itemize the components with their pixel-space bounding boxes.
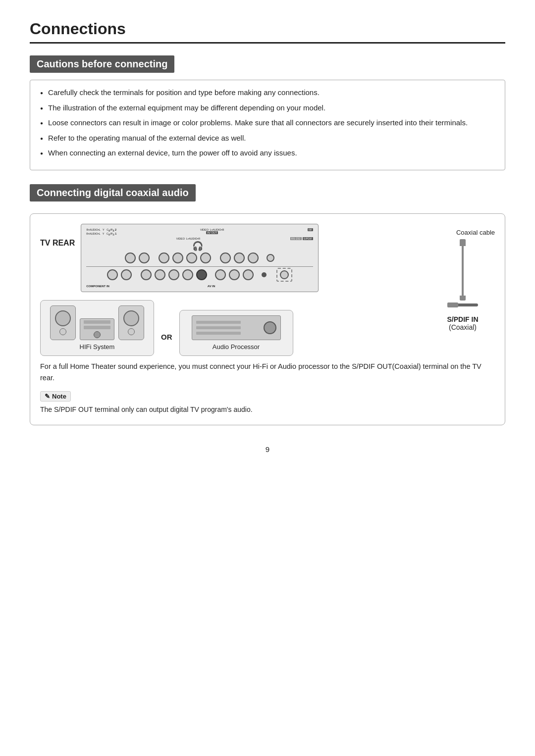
processor-slot-3 [196,332,241,335]
connector-16 [215,269,226,280]
left-tweeter [59,328,66,335]
diagram-box: TV REAR R•AUDIO•L Y CB/PB 2 R•AUDIO•L Y … [30,213,505,425]
processor-knob [264,321,276,334]
note-badge: ✎ Note [40,391,71,402]
processor-unit [192,315,281,340]
headphone-icon: 🎧 [192,241,203,252]
spdif-tv-connector [280,270,289,279]
hifi-system-box: HIFi System [40,300,154,356]
left-woofer [55,310,71,326]
plug-body [447,302,458,307]
tv-panel: R•AUDIO•L Y CB/PB 2 R•AUDIO•L Y CR/PR 1 … [81,224,319,293]
audio-processor-box: Audio Processor [179,310,293,356]
connector-5 [186,252,197,263]
amp-unit [80,318,114,340]
note-text: The S/PDIF OUT terminal only can output … [40,404,495,415]
connector-12 [141,269,152,280]
connector-9 [248,252,259,263]
cable-line [462,246,464,296]
connector-13 [155,269,165,280]
hifi-label: HIFi System [80,343,115,351]
cautions-box: Carefully check the terminals for positi… [30,80,505,170]
connector-3 [159,252,169,263]
amp-slot-2 [84,326,110,329]
connector-sm-1 [267,254,274,262]
connector-17 [229,269,240,280]
av-in-label: AV IN [208,285,215,288]
page-title: Connections [30,20,505,44]
processor-slot-1 [196,321,241,324]
page-number: 9 [30,445,505,454]
connector-18 [243,269,254,280]
label-video-audio-top: VIDEO L•AUDIO•R AV OUT [200,228,224,236]
devices-row: HIFi System OR [40,300,421,356]
caution-item-4: Refer to the operating manual of the ext… [40,133,495,144]
cable-bottom-connector [460,296,466,301]
tv-rear-area: TV REAR R•AUDIO•L Y CB/PB 2 R•AUDIO•L Y … [40,224,421,293]
cautions-section: Cautions before connecting Carefully che… [30,55,505,170]
cautions-header: Cautions before connecting [30,55,174,73]
description-text: For a full Home Theater sound experience… [40,361,495,384]
connecting-section: Connecting digital coaxial audio TV REAR… [30,184,505,425]
note-box: ✎ Note The S/PDIF OUT terminal only can … [40,391,495,415]
hifi-inner [50,305,144,340]
right-speaker [118,305,144,340]
tv-second-labels: VIDEO L•AUDIO•R RS-232 S/PDIF [86,237,313,240]
connector-8 [234,252,245,263]
caution-item-2: The illustration of the external equipme… [40,102,495,114]
tv-top-labels: R•AUDIO•L Y CB/PB 2 R•AUDIO•L Y CR/PR 1 … [86,228,313,236]
right-woofer [123,310,139,326]
connector-10 [107,269,118,280]
left-speaker [50,305,76,340]
note-pencil-icon: ✎ [45,393,50,400]
connecting-header: Connecting digital coaxial audio [30,184,196,202]
processor-slots [196,321,241,335]
caution-item-1: Carefully check the terminals for positi… [40,87,495,99]
caution-item-3: Loose connectors can result in image or … [40,117,495,129]
component-in-label: COMPONENT IN [86,285,109,288]
amp-knob [94,331,101,338]
or-label: OR [161,333,172,356]
connector-dark [196,269,207,280]
spdif-plug [447,302,478,307]
connector-14 [168,269,179,280]
connector-dot [262,272,267,277]
amp-slot-1 [84,320,110,324]
connector-6 [200,252,211,263]
right-tweeter [128,328,135,335]
connector-2 [139,252,150,263]
connector-11 [121,269,132,280]
connector-1 [125,252,136,263]
label-rf-spdif-top: RF [308,228,313,236]
diagram-right: Coaxial cable S/PDIF [430,224,495,331]
cautions-list: Carefully check the terminals for positi… [40,87,495,159]
connector-15 [182,269,193,280]
spdif-in-label: S/PDIF IN (Coaxial) [447,315,478,331]
spdif-dashed-box [276,268,292,282]
processor-slot-2 [196,326,241,329]
label-r-audio-l-top: R•AUDIO•L Y CB/PB 2 R•AUDIO•L Y CR/PR 1 [86,228,116,236]
coaxial-cable-label: Coaxial cable [456,229,495,236]
tv-bottom-labels: COMPONENT IN AV IN [86,285,313,288]
connectors-row-2 [107,268,292,282]
connector-7 [220,252,231,263]
diagram-left: TV REAR R•AUDIO•L Y CB/PB 2 R•AUDIO•L Y … [40,224,421,356]
panel-divider [86,266,313,267]
connectors-row-1 [125,252,274,263]
tv-rear-label-container: TV REAR [40,224,75,248]
coaxial-cable [447,239,478,307]
plug-tip [458,303,478,306]
cable-top-connector [460,239,466,246]
caution-item-5: When connecting an external device, turn… [40,148,495,159]
diagram-inner: TV REAR R•AUDIO•L Y CB/PB 2 R•AUDIO•L Y … [40,224,495,356]
tv-rear-label: TV REAR [40,239,75,248]
audio-processor-label: Audio Processor [213,343,260,351]
connector-4 [172,252,183,263]
